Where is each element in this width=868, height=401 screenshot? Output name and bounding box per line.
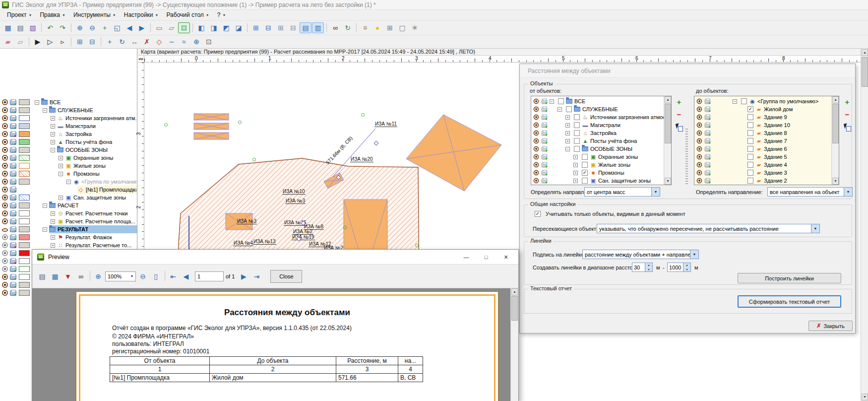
pointer-node-icon[interactable]: ▷ bbox=[44, 36, 56, 47]
separator[interactable] bbox=[190, 22, 195, 33]
table-view-icon[interactable]: ▤ bbox=[300, 22, 311, 33]
building-rows[interactable] bbox=[194, 114, 229, 139]
scroll-up-arrow[interactable]: ▲ bbox=[832, 96, 839, 103]
layer-color-swatch[interactable] bbox=[19, 179, 30, 185]
chevron-down-icon[interactable]: ▼ bbox=[690, 250, 698, 259]
layer-label[interactable]: ОСОБЫЕ ЗОНЫ bbox=[65, 147, 108, 153]
expand-toggle[interactable]: + bbox=[573, 155, 578, 159]
maximize-button[interactable]: □ bbox=[477, 251, 496, 263]
object-checkbox[interactable] bbox=[582, 162, 588, 168]
print-layer-icon[interactable] bbox=[10, 124, 16, 129]
dialog-tree-row[interactable]: ▰ Здание 6 bbox=[694, 145, 839, 153]
expand-toggle[interactable]: + bbox=[565, 139, 570, 143]
object-checkbox[interactable] bbox=[582, 154, 588, 160]
visibility-eye-icon[interactable] bbox=[2, 290, 8, 296]
select-region-icon[interactable]: ⊡ bbox=[178, 22, 190, 33]
object-label[interactable]: Источники загрязнения атмос... bbox=[590, 114, 670, 120]
print-layer-icon[interactable] bbox=[705, 138, 711, 143]
dialog-tree-row[interactable]: + ▬ Магистрали bbox=[531, 121, 671, 129]
layer-color-swatch[interactable] bbox=[19, 131, 30, 137]
redo-icon[interactable]: ↷ bbox=[57, 22, 68, 33]
layer-row[interactable]: + ⚑ Результат. Флажок bbox=[0, 233, 137, 241]
object-label[interactable]: Здание 10 bbox=[764, 122, 790, 128]
dialog-tree-row[interactable]: ▰ Здание 7 bbox=[694, 137, 839, 145]
layer-color-swatch[interactable] bbox=[19, 250, 30, 256]
object-label[interactable]: Здание 3 bbox=[764, 170, 787, 176]
separator[interactable] bbox=[69, 36, 73, 47]
layer-row[interactable]: + ▣ Жилые зоны bbox=[0, 162, 137, 170]
expand-toggle[interactable]: − bbox=[550, 99, 554, 104]
print-layer-icon[interactable] bbox=[705, 154, 711, 159]
layer-label[interactable]: РЕЗУЛЬТАТ bbox=[58, 226, 88, 232]
dialog-tree-row[interactable]: ▰ Здание 3 bbox=[694, 169, 839, 177]
bulb-icon[interactable]: ● bbox=[372, 22, 383, 33]
object-label[interactable]: СЛУЖЕБНЫЕ bbox=[582, 106, 618, 112]
prev-page-icon[interactable]: ◀ bbox=[180, 270, 192, 282]
object-label[interactable]: Охранные зоны bbox=[598, 154, 638, 160]
layer-color-swatch[interactable] bbox=[19, 171, 30, 177]
object-checkbox[interactable] bbox=[574, 130, 580, 136]
object-checkbox[interactable] bbox=[582, 178, 588, 184]
layer-row[interactable]: + ∷ Результат. Расчетные то... bbox=[0, 241, 137, 249]
intersect-select[interactable]: указывать, что обнаружено пересечение, н… bbox=[597, 224, 820, 233]
visibility-eye-icon[interactable] bbox=[534, 107, 539, 112]
scrollbar-thumb[interactable] bbox=[862, 57, 868, 87]
close-windows-icon[interactable]: ◪ bbox=[233, 22, 245, 33]
save-icon[interactable]: ▦ bbox=[2, 22, 14, 33]
grid-icon[interactable]: ⊞ bbox=[384, 22, 396, 33]
dialog-tree-row[interactable]: + ▲ Посты учёта фона bbox=[531, 137, 671, 145]
build-rulers-button[interactable]: Построить линейки bbox=[738, 273, 841, 283]
scroll-down-arrow[interactable]: ▼ bbox=[832, 178, 839, 185]
visible-only-checkbox[interactable]: ✓ bbox=[535, 211, 541, 217]
pointer-icon[interactable]: ▶ bbox=[32, 36, 44, 47]
visibility-eye-icon[interactable] bbox=[2, 210, 8, 216]
menu-item[interactable]: Рабочий стол ▼ bbox=[163, 10, 213, 20]
layer-row[interactable]: − ■ Промзоны bbox=[0, 170, 137, 178]
layer-label[interactable]: Застройка bbox=[65, 131, 92, 137]
paste-object-icon[interactable]: ⊟ bbox=[86, 36, 98, 47]
dialog-tree-row[interactable]: − ◉ <Группа по умолчанию> bbox=[694, 97, 839, 105]
separator[interactable] bbox=[245, 22, 249, 33]
object-checkbox[interactable] bbox=[574, 146, 580, 152]
expand-toggle[interactable]: − bbox=[558, 107, 562, 112]
layer-color-swatch[interactable] bbox=[19, 266, 30, 272]
dialog-tree-row[interactable]: ▰ Здание 4 bbox=[694, 161, 839, 169]
visibility-eye-icon[interactable] bbox=[697, 138, 702, 144]
dialog-tree-row[interactable]: ▰ Здание 10 bbox=[694, 121, 839, 129]
expand-toggle[interactable]: + bbox=[51, 116, 55, 121]
layer-color-swatch[interactable] bbox=[19, 107, 30, 113]
visibility-eye-icon[interactable] bbox=[697, 170, 702, 176]
separator[interactable] bbox=[39, 22, 44, 33]
refresh-icon[interactable]: ↻ bbox=[342, 22, 354, 33]
range-to-stepper[interactable]: ▲▼ bbox=[667, 263, 691, 272]
print-layer-icon[interactable] bbox=[542, 146, 548, 151]
visibility-eye-icon[interactable] bbox=[534, 154, 539, 160]
dialog-tree-row[interactable]: − ВСЕ bbox=[531, 97, 671, 105]
generate-report-button[interactable]: Сформировать текстовый отчет bbox=[738, 295, 841, 308]
scrollbar-thumb[interactable] bbox=[665, 104, 671, 143]
separator[interactable] bbox=[69, 22, 73, 33]
source-label[interactable]: ИЗА №19 bbox=[292, 234, 315, 240]
print-layer-icon[interactable] bbox=[542, 154, 548, 159]
layer-color-swatch[interactable] bbox=[19, 195, 30, 200]
print-icon[interactable]: ▤ bbox=[14, 22, 26, 33]
print-layer-icon[interactable] bbox=[10, 139, 16, 145]
layer-row[interactable]: − ◉ <Группа по умолчанию> bbox=[0, 178, 137, 186]
legend-icon[interactable]: ≡ bbox=[359, 22, 371, 33]
visibility-eye-icon[interactable] bbox=[534, 115, 539, 120]
object-checkbox[interactable] bbox=[747, 170, 753, 176]
zoom-out-icon[interactable]: ⊖ bbox=[86, 22, 98, 33]
layer-color-swatch[interactable] bbox=[19, 274, 30, 280]
expand-toggle[interactable]: − bbox=[43, 108, 47, 113]
scroll-up-arrow[interactable]: ▲ bbox=[665, 96, 671, 103]
close-button[interactable]: ✕ bbox=[496, 251, 515, 263]
object-label[interactable]: Здание 2 bbox=[764, 178, 787, 184]
residential-building-polygon[interactable] bbox=[406, 115, 501, 191]
pick-to-object-icon[interactable] bbox=[843, 124, 851, 132]
visibility-eye-icon[interactable] bbox=[2, 187, 8, 193]
visibility-eye-icon[interactable] bbox=[2, 242, 8, 248]
print-layer-icon[interactable] bbox=[10, 179, 16, 185]
polyline-icon[interactable]: ∼ bbox=[166, 36, 178, 47]
expand-toggle[interactable]: + bbox=[59, 196, 63, 200]
layer-color-swatch[interactable] bbox=[19, 282, 30, 288]
